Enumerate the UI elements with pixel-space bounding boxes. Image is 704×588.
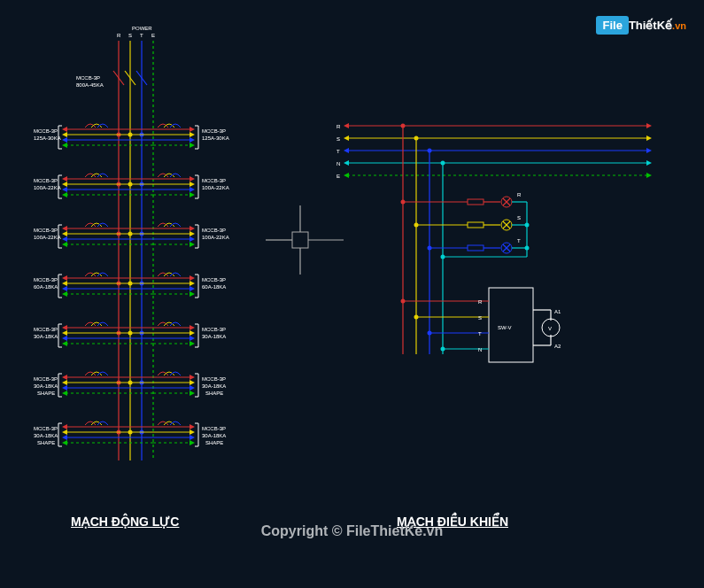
svg-marker-110 xyxy=(62,380,67,385)
svg-marker-92 xyxy=(62,336,67,341)
svg-marker-37 xyxy=(190,176,195,182)
svg-rect-178 xyxy=(468,245,484,251)
mccb-right-l1: MCCB-3P xyxy=(202,376,226,382)
svg-marker-94 xyxy=(190,325,195,330)
svg-marker-95 xyxy=(190,330,195,336)
main-mccb-l2: 800A-45KA xyxy=(76,82,104,88)
cad-viewport[interactable]: FileThiếtKế.vn POWER R S T E MCCB-3P 800… xyxy=(0,0,704,588)
svg-marker-133 xyxy=(190,429,195,435)
lamp-label: T xyxy=(517,238,521,244)
phase-S: S xyxy=(128,33,132,38)
svg-marker-91 xyxy=(62,330,67,336)
ctrl-label-T: T xyxy=(337,149,340,154)
main-mccb-l1: MCCB-3P xyxy=(76,75,100,81)
mccb-right-l1: MCCB-3P xyxy=(202,128,226,134)
svg-marker-151 xyxy=(344,160,349,166)
svg-marker-18 xyxy=(190,127,195,132)
svg-marker-155 xyxy=(646,173,652,178)
svg-marker-114 xyxy=(190,380,195,385)
svg-marker-57 xyxy=(190,231,195,236)
svg-marker-76 xyxy=(190,281,195,286)
svg-marker-148 xyxy=(344,148,349,153)
mccb-left-l2: 30A-18KA xyxy=(34,383,58,389)
svg-marker-134 xyxy=(190,435,195,440)
mccb-right-l1: MCCB-3P xyxy=(202,327,226,332)
svg-marker-15 xyxy=(62,132,67,137)
mccb-left-l1: MCCB-3P xyxy=(34,426,58,431)
svg-point-169 xyxy=(414,223,419,228)
branch-row-0: MCCB-3P125A-30KAMCCB-3P125A-30KA xyxy=(34,124,229,149)
svg-point-197 xyxy=(441,347,445,352)
mccb-left-l2: 30A-18KA xyxy=(34,334,58,339)
svg-marker-111 xyxy=(62,385,67,391)
mccb-left-l2: 100A-22KA xyxy=(34,185,61,190)
control-bus: RSTNE xyxy=(337,123,652,179)
svg-marker-142 xyxy=(344,123,349,128)
svg-marker-143 xyxy=(646,123,652,128)
svg-marker-33 xyxy=(62,176,67,182)
svg-marker-152 xyxy=(646,160,652,166)
svg-marker-128 xyxy=(62,424,67,429)
svg-point-161 xyxy=(401,200,406,205)
mccb-right-l1: MCCB-3P xyxy=(202,228,226,233)
lamp-label: S xyxy=(517,215,521,220)
mccb-right-l1: MCCB-3P xyxy=(202,178,226,183)
svg-marker-53 xyxy=(62,231,67,236)
ctrl-label-S: S xyxy=(337,136,340,142)
svg-marker-17 xyxy=(62,143,67,148)
svg-point-194 xyxy=(401,299,406,304)
svg-marker-78 xyxy=(190,291,195,297)
svg-point-186 xyxy=(441,255,445,259)
svg-rect-162 xyxy=(468,199,484,205)
lamp-row-S: S xyxy=(414,215,528,230)
mccb-left-l2: 30A-18KA xyxy=(34,433,58,438)
svg-point-156 xyxy=(401,124,406,128)
mccb-left-l2: 100A-22KA xyxy=(34,235,61,240)
svg-point-188 xyxy=(525,246,530,251)
mccb-right-l3: SHAPE xyxy=(205,440,223,445)
svg-rect-170 xyxy=(468,222,484,228)
svg-marker-72 xyxy=(62,281,67,286)
vm-t: T xyxy=(478,331,482,337)
mccb-left-l1: MCCB-3P xyxy=(34,178,58,183)
power-label: POWER xyxy=(132,26,152,31)
svg-marker-97 xyxy=(190,341,195,346)
ctrl-label-E: E xyxy=(337,174,340,179)
svg-marker-38 xyxy=(190,182,195,187)
svg-marker-35 xyxy=(62,187,67,192)
svg-marker-115 xyxy=(190,385,195,391)
svg-marker-116 xyxy=(190,391,195,396)
vm-s: S xyxy=(478,315,482,321)
svg-marker-54 xyxy=(62,236,67,242)
power-circuit: POWER R S T E MCCB-3P 800A-45KA MCCB-3P1… xyxy=(34,26,229,460)
vm-r: R xyxy=(478,299,483,305)
svg-marker-90 xyxy=(62,325,67,330)
branch-row-1: MCCB-3P100A-22KAMCCB-3P100A-22KA xyxy=(34,174,229,198)
svg-marker-149 xyxy=(646,148,652,153)
svg-marker-77 xyxy=(190,286,195,291)
mccb-right-l1: MCCB-3P xyxy=(202,277,226,282)
lamp-label: R xyxy=(517,192,522,197)
svg-point-195 xyxy=(414,315,419,320)
svg-point-158 xyxy=(428,149,432,153)
ctrl-label-N: N xyxy=(337,161,340,166)
svg-rect-136 xyxy=(292,232,308,248)
svg-marker-113 xyxy=(190,375,195,380)
mccb-left-l1: MCCB-3P xyxy=(34,277,58,282)
svg-marker-14 xyxy=(62,127,67,132)
svg-point-187 xyxy=(525,223,530,228)
svg-marker-129 xyxy=(62,429,67,435)
svg-marker-75 xyxy=(190,275,195,281)
svg-marker-74 xyxy=(62,291,67,297)
svg-marker-112 xyxy=(62,391,67,396)
branch-row-2: MCCB-3P100A-22KAMCCB-3P100A-22KA xyxy=(34,223,229,248)
svg-marker-34 xyxy=(62,182,67,187)
mccb-right-l2: 60A-18KA xyxy=(202,284,226,290)
svg-marker-59 xyxy=(190,242,195,247)
svg-marker-58 xyxy=(190,236,195,242)
svg-marker-36 xyxy=(62,192,67,197)
svg-marker-131 xyxy=(62,440,67,445)
phase-R: R xyxy=(117,33,121,38)
svg-marker-20 xyxy=(190,137,195,143)
voltmeter-symbol: V xyxy=(548,326,552,331)
